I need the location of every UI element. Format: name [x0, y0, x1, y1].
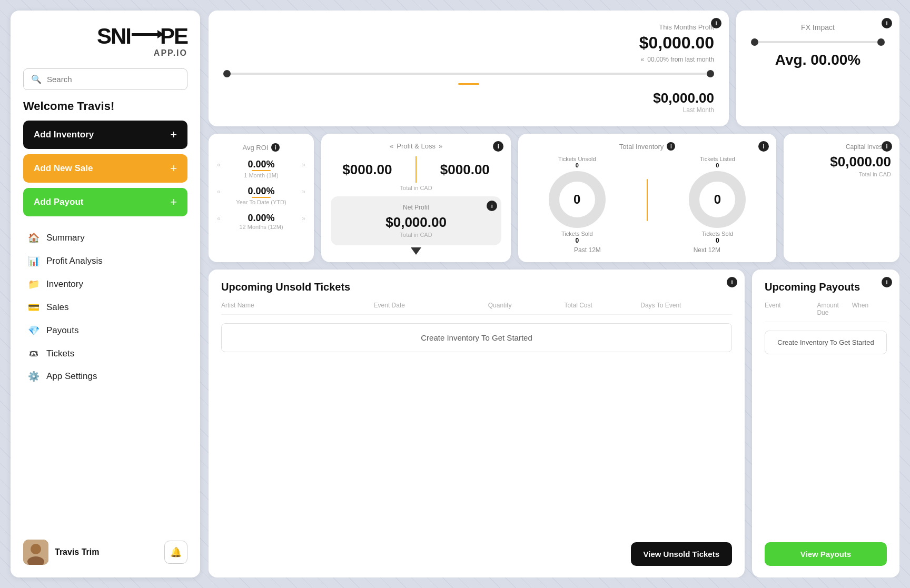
pnl-vertical-divider	[416, 156, 417, 183]
payouts-table-headers: Event Amount Due When	[765, 302, 887, 322]
pnl-total-label: Total in CAD	[331, 185, 501, 191]
donut-left-unsold-title: Tickets Unsold	[558, 156, 596, 162]
pnl-card: i « Profit & Loss » $000.00 $000.00 Tota…	[321, 134, 511, 262]
col-when: When	[852, 302, 887, 316]
nav-list: 🏠 Summary 📊 Profit Analysis 📁 Inventory …	[23, 227, 187, 525]
roi-label-1m: 1 Month (1M)	[217, 172, 305, 178]
top-row: i This Months Profit $0,000.00 « 00.00% …	[209, 11, 899, 126]
net-profit-label: Total in CAD	[340, 232, 492, 238]
add-inventory-button[interactable]: Add Inventory +	[23, 121, 187, 149]
unsold-tickets-card: i Upcoming Unsold Tickets Artist Name Ev…	[209, 270, 745, 577]
capital-value: $0,000.00	[792, 154, 891, 170]
unsold-btn-row: View Unsold Tickets	[221, 535, 732, 566]
double-chevron-left-icon: «	[641, 56, 645, 63]
pnl-values-row: $000.00 $000.00	[331, 156, 501, 183]
roi-row-1m: « 0.00% » 1 Month (1M)	[217, 159, 305, 178]
profit-card-title: This Months Profit	[223, 23, 714, 31]
roi-row-ytd: « 0.00% » Year To Date (YTD)	[217, 186, 305, 205]
roi-prev-ytd-icon[interactable]: «	[217, 188, 221, 195]
capital-invested-card: i Capital Invested $0,000.00 Total in CA…	[784, 134, 899, 262]
donuts-row: Tickets Unsold 0 0 Tickets Sold 0	[528, 156, 767, 244]
roi-card: Avg ROI i « 0.00% » 1 Month (1M) « 0.00%…	[209, 134, 314, 262]
user-name: Travis Trim	[55, 547, 158, 557]
add-new-sale-button[interactable]: Add New Sale +	[23, 154, 187, 183]
donut-left-sold-label: Tickets Sold	[561, 231, 593, 237]
donut-right-sold-count: 0	[702, 237, 734, 244]
sidebar-item-inventory[interactable]: 📁 Inventory	[23, 273, 187, 295]
roi-next-12m-icon[interactable]: »	[302, 215, 305, 222]
donut-left-svg-wrap: 0	[548, 171, 606, 228]
sidebar-item-label-profit: Profit Analysis	[46, 256, 103, 266]
slider-thumb-right	[707, 70, 714, 77]
add-payout-button[interactable]: Add Payout +	[23, 188, 187, 216]
roi-row-12m-controls: « 0.00% »	[217, 213, 305, 224]
logo-arrow	[157, 30, 164, 38]
profit-info-icon[interactable]: i	[711, 18, 721, 28]
payouts-info-icon[interactable]: i	[882, 277, 892, 287]
main-content: i This Months Profit $0,000.00 « 00.00% …	[209, 11, 899, 577]
sidebar-item-summary[interactable]: 🏠 Summary	[23, 227, 187, 249]
add-payout-label: Add Payout	[34, 197, 83, 207]
view-payouts-button[interactable]: View Payouts	[765, 542, 887, 566]
col-event: Event	[765, 302, 817, 316]
profit-percent-change: 00.00% from last month	[647, 56, 714, 63]
add-payout-plus-icon: +	[170, 196, 177, 208]
notification-bell-button[interactable]: 🔔	[164, 541, 187, 564]
search-input[interactable]	[47, 75, 180, 84]
roi-prev-12m-icon[interactable]: «	[217, 215, 221, 222]
sidebar-item-label-tickets: Tickets	[46, 348, 74, 359]
logo-pe: PE	[160, 25, 187, 47]
sidebar-item-label-inventory: Inventory	[46, 279, 83, 290]
unsold-empty-row: Create Inventory To Get Started	[221, 323, 732, 352]
roi-next-1m-icon[interactable]: »	[302, 161, 305, 168]
sidebar-item-sales[interactable]: 💳 Sales	[23, 296, 187, 318]
profit-subtitle: « 00.00% from last month	[223, 56, 714, 63]
roi-row-ytd-controls: « 0.00% »	[217, 186, 305, 197]
profit-slider-track[interactable]	[223, 73, 714, 75]
pnl-info-icon[interactable]: i	[493, 141, 503, 152]
sidebar-item-app-settings[interactable]: ⚙️ App Settings	[23, 365, 187, 387]
inventory-info-icon[interactable]: i	[758, 141, 769, 152]
net-profit-info-icon[interactable]: i	[487, 201, 497, 211]
double-chevron-pnl-left-icon: «	[390, 142, 393, 150]
inventory-info-icon2[interactable]: i	[667, 142, 675, 151]
donut-left-bottom: Tickets Sold 0	[561, 231, 593, 244]
roi-row-1m-controls: « 0.00% »	[217, 159, 305, 170]
roi-label-ytd: Year To Date (YTD)	[217, 199, 305, 205]
roi-prev-1m-icon[interactable]: «	[217, 161, 221, 168]
add-inventory-plus-icon: +	[170, 129, 177, 141]
last-month-value: $0,000.00	[223, 90, 714, 106]
capital-info-icon[interactable]: i	[882, 141, 892, 152]
roi-value-1m: 0.00%	[221, 159, 302, 170]
view-unsold-tickets-button[interactable]: View Unsold Tickets	[631, 542, 733, 566]
sidebar: SNI PE APP.IO 🔍 Welcome Travis! Add Inve…	[11, 11, 200, 577]
sidebar-item-label-summary: Summary	[46, 233, 85, 243]
sidebar-item-tickets[interactable]: 🎟 Tickets	[23, 343, 187, 364]
logo-appid: APP.IO	[154, 48, 187, 58]
inventory-card-title: Total Inventory i	[528, 142, 767, 151]
sidebar-item-label-payouts: Payouts	[46, 325, 78, 336]
sidebar-item-profit-analysis[interactable]: 📊 Profit Analysis	[23, 250, 187, 272]
roi-label-12m: 12 Months (12M)	[217, 224, 305, 230]
net-profit-value: $0,000.00	[340, 214, 492, 231]
fx-card: i FX Impact Avg. 00.00%	[736, 11, 899, 126]
fx-info-icon[interactable]: i	[882, 18, 892, 28]
donut-right-listed-count: 0	[716, 162, 719, 168]
add-sale-plus-icon: +	[170, 163, 177, 174]
roi-info-icon[interactable]: i	[271, 143, 280, 152]
unsold-info-icon[interactable]: i	[727, 277, 737, 287]
svg-point-1	[31, 544, 41, 554]
roi-row-12m: « 0.00% » 12 Months (12M)	[217, 213, 305, 230]
chart-icon: 📊	[27, 255, 40, 267]
roi-next-ytd-icon[interactable]: »	[302, 188, 305, 195]
diamond-icon: 💎	[27, 325, 40, 336]
search-box[interactable]: 🔍	[23, 68, 187, 90]
sidebar-item-payouts[interactable]: 💎 Payouts	[23, 320, 187, 342]
net-profit-title: Net Profit	[340, 204, 492, 211]
donut-right-bottom: Tickets Sold 0	[702, 231, 734, 244]
payouts-section-title: Upcoming Payouts	[765, 281, 887, 293]
search-icon: 🔍	[31, 74, 42, 84]
fx-slider-track[interactable]	[751, 41, 885, 43]
sidebar-item-label-settings: App Settings	[46, 371, 97, 382]
unsold-table-headers: Artist Name Event Date Quantity Total Co…	[221, 302, 732, 315]
